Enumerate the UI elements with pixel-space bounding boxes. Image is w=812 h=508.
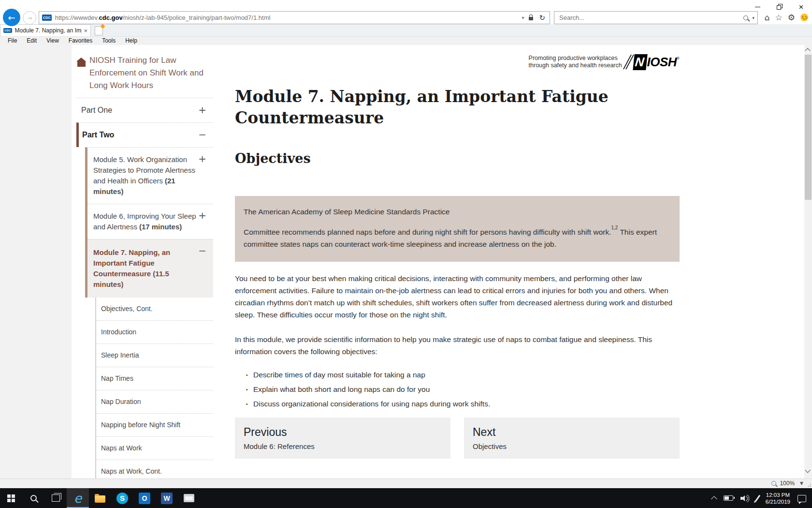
menu-tools[interactable]: Tools bbox=[97, 37, 120, 45]
volume-icon[interactable] bbox=[740, 494, 750, 502]
taskbar-word[interactable]: W bbox=[156, 488, 178, 508]
task-view-button[interactable] bbox=[44, 488, 67, 508]
sidebar-item-introduction[interactable]: Introduction bbox=[96, 321, 213, 344]
menu-edit[interactable]: Edit bbox=[22, 37, 42, 45]
sidebar-item-part-two[interactable]: Part Two − bbox=[76, 122, 213, 147]
sidebar-item-nap-times[interactable]: Nap Times bbox=[96, 367, 213, 390]
sidebar-item-module-7[interactable]: Module 7. Napping, an Important Fatigue … bbox=[87, 239, 213, 298]
sidebar-item-napping-before-night-shift[interactable]: Napping before Night Shift bbox=[96, 414, 213, 437]
footnote-reference: 1,2 bbox=[611, 225, 618, 230]
next-page-link[interactable]: Next Objectives bbox=[464, 418, 680, 459]
niosh-logo: N IOSH ® bbox=[627, 54, 680, 70]
collapse-minus-icon[interactable]: − bbox=[198, 245, 206, 256]
search-box[interactable]: ▾ bbox=[554, 11, 758, 24]
address-bar[interactable]: CDC https://wwwdev.cdc.gov/niosh/z-lab-9… bbox=[39, 11, 550, 24]
windows-logo-icon bbox=[7, 494, 15, 502]
tab-bar: CDC Module 7. Napping, an Imp... × bbox=[0, 24, 812, 37]
next-label: Next bbox=[473, 425, 671, 439]
taskbar-internet-explorer[interactable]: e bbox=[67, 488, 89, 508]
url-prefix: https://wwwdev. bbox=[55, 14, 99, 21]
sidebar-item-naps-at-work[interactable]: Naps at Work bbox=[96, 437, 213, 460]
taskbar-outlook[interactable]: O bbox=[133, 488, 156, 508]
page-navigation: Previous Module 6: References Next Objec… bbox=[235, 418, 680, 459]
feedback-smiley-icon[interactable] bbox=[800, 14, 808, 21]
menu-bar: File Edit View Favorites Tools Help bbox=[0, 37, 812, 45]
callout-body-text: Committee recommends planned naps before… bbox=[244, 228, 611, 236]
module-7-label: Module 7. Napping, an Important Fatigue … bbox=[93, 248, 170, 288]
minimize-icon bbox=[755, 7, 760, 7]
sidebar-item-module-6[interactable]: Module 6, Improving Your Sleep and Alert… bbox=[87, 204, 213, 239]
menu-file[interactable]: File bbox=[3, 37, 22, 45]
battery-icon[interactable] bbox=[724, 495, 733, 501]
settings-gear-icon[interactable]: ⚙ bbox=[788, 13, 795, 22]
collapse-minus-icon[interactable]: − bbox=[198, 129, 206, 140]
sidebar-item-naps-at-work-cont[interactable]: Naps at Work, Cont. bbox=[96, 460, 213, 478]
menu-favorites[interactable]: Favorites bbox=[64, 37, 97, 45]
close-button[interactable]: × bbox=[790, 0, 812, 14]
favorites-star-icon[interactable]: ☆ bbox=[775, 13, 783, 22]
zoom-control[interactable]: 100% ▼ bbox=[771, 480, 803, 487]
search-icon[interactable] bbox=[743, 15, 748, 20]
url-path: /niosh/z-lab-945/police_training/part-tw… bbox=[123, 14, 271, 21]
part-two-label: Part Two bbox=[82, 131, 114, 139]
action-center-icon[interactable] bbox=[798, 495, 806, 502]
part-two-modules: Module 5. Work Organization Strategies t… bbox=[85, 147, 213, 298]
expand-plus-icon[interactable]: + bbox=[198, 210, 206, 221]
sidebar-home-link[interactable]: NIOSH Training for Law Enforcement on Sh… bbox=[72, 48, 213, 92]
search-input[interactable] bbox=[558, 14, 743, 22]
vertical-scrollbar[interactable] bbox=[804, 45, 812, 478]
scrollbar-thumb[interactable] bbox=[805, 55, 812, 200]
clock-date: 6/21/2019 bbox=[766, 498, 790, 505]
pen-input-icon[interactable] bbox=[755, 494, 761, 502]
forward-button[interactable]: → bbox=[23, 11, 36, 25]
sidebar-item-part-one[interactable]: Part One + bbox=[76, 98, 213, 122]
sidebar-item-module-5[interactable]: Module 5. Work Organization Strategies t… bbox=[87, 148, 213, 204]
expand-plus-icon[interactable]: + bbox=[198, 104, 206, 116]
search-icon bbox=[30, 495, 37, 501]
scroll-up-icon[interactable] bbox=[806, 47, 811, 52]
module-6-duration: (17 minutes) bbox=[139, 223, 182, 231]
menu-help[interactable]: Help bbox=[120, 37, 142, 45]
restore-button[interactable] bbox=[768, 0, 790, 14]
tab-close-icon[interactable]: × bbox=[84, 27, 87, 34]
logo-iosh-text: IOSH bbox=[647, 55, 677, 70]
objectives-list: Describe times of day most suitable for … bbox=[235, 369, 680, 410]
back-button[interactable]: ← bbox=[3, 9, 20, 26]
previous-page-link[interactable]: Previous Module 6: References bbox=[235, 418, 450, 459]
page-left-margin bbox=[0, 45, 72, 478]
callout-box: The American Academy of Sleep Medicine S… bbox=[235, 196, 680, 262]
next-target: Objectives bbox=[473, 442, 671, 450]
objective-item: Explain what both short and long naps ca… bbox=[253, 384, 680, 395]
resize-grip bbox=[810, 486, 811, 487]
previous-label: Previous bbox=[244, 425, 442, 439]
niosh-tagline: Promoting productive workplaces through … bbox=[529, 55, 622, 69]
taskbar-search-button[interactable] bbox=[22, 488, 44, 508]
body-paragraph-1: You need to be at your best when making … bbox=[235, 272, 680, 321]
search-dropdown-icon[interactable]: ▾ bbox=[752, 15, 754, 20]
address-dropdown-icon[interactable]: ▾ bbox=[519, 15, 527, 20]
menu-view[interactable]: View bbox=[42, 37, 64, 45]
sidebar-item-sleep-inertia[interactable]: Sleep Inertia bbox=[96, 344, 213, 367]
callout-heading: The American Academy of Sleep Medicine S… bbox=[244, 206, 671, 218]
taskbar-generic-app[interactable] bbox=[178, 488, 200, 508]
sidebar-item-nap-duration[interactable]: Nap Duration bbox=[96, 390, 213, 414]
course-sidebar: NIOSH Training for Law Enforcement on Sh… bbox=[72, 48, 213, 478]
taskbar-skype[interactable]: S bbox=[111, 488, 133, 508]
zoom-level: 100% bbox=[780, 480, 795, 487]
start-button[interactable] bbox=[0, 488, 22, 508]
new-tab-button[interactable] bbox=[95, 26, 103, 35]
windows-taskbar: e S O W 12:03 PM 6/21/2019 bbox=[0, 488, 812, 508]
tray-expand-chevron-icon[interactable] bbox=[711, 496, 717, 502]
scroll-down-icon[interactable] bbox=[806, 470, 811, 475]
home-toolbar-icon[interactable]: ⌂ bbox=[765, 13, 770, 22]
refresh-icon[interactable]: ↻ bbox=[536, 14, 548, 22]
logo-registered-mark: ® bbox=[677, 56, 680, 60]
taskbar-file-explorer[interactable] bbox=[89, 488, 111, 508]
section-heading: Objectives bbox=[235, 150, 680, 167]
sidebar-item-objectives-cont[interactable]: Objectives, Cont. bbox=[96, 298, 213, 321]
zoom-dropdown-icon[interactable]: ▼ bbox=[800, 481, 803, 486]
taskbar-clock[interactable]: 12:03 PM 6/21/2019 bbox=[766, 492, 790, 505]
expand-plus-icon[interactable]: + bbox=[198, 153, 206, 164]
word-icon: W bbox=[161, 493, 173, 504]
tab-module-7[interactable]: CDC Module 7. Napping, an Imp... × bbox=[0, 24, 91, 36]
